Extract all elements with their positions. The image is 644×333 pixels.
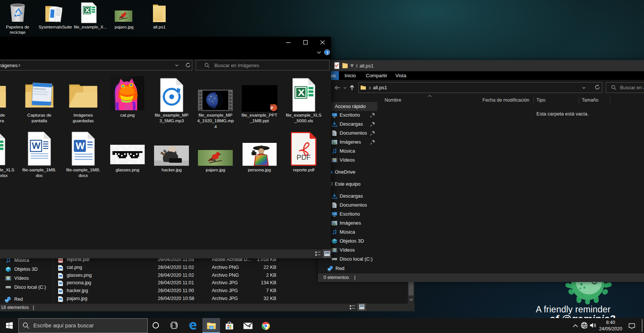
- svg-text:PDF: PDF: [59, 259, 63, 261]
- svg-text:P: P: [271, 106, 273, 110]
- svg-text:PDF: PDF: [297, 153, 311, 161]
